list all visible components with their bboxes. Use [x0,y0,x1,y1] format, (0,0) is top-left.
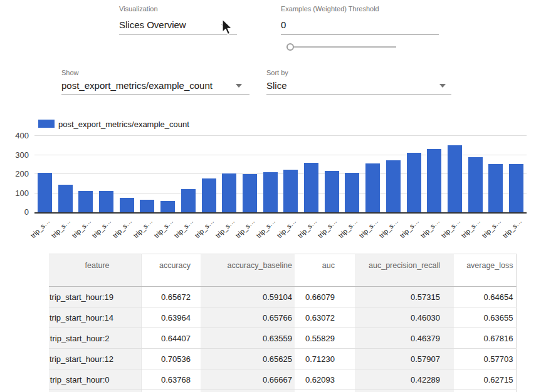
column-header-accuracy[interactable]: accuracy [141,254,201,277]
column-header-average_loss[interactable]: average_loss [454,254,516,277]
bar[interactable] [160,201,175,212]
metric-cell: 0.57907 [355,349,454,369]
column-header-auc_precision_recall[interactable]: auc_precision_recall [355,254,454,277]
table-row[interactable]: trip_start_hour:190.656720.591040.660790… [49,287,516,307]
feature-cell: trip_start_hour:19 [49,287,141,307]
threshold-label: Examples (Weighted) Threshold [281,5,379,13]
bar[interactable] [407,153,421,212]
bar[interactable] [58,185,73,212]
feature-cell: trip_start_hour:0 [49,369,141,390]
table-row[interactable]: trip_start_hour:120.705360.656250.712300… [49,349,516,369]
table-row[interactable]: trip_start_hour:230.660160.648440.583370… [49,390,516,392]
metric-cell: 0.66667 [201,369,295,390]
metric-cell: 0.63768 [141,369,201,390]
threshold-slider-thumb[interactable] [286,43,294,51]
metric-cell: 0.63964 [141,307,201,328]
column-header-accuracy_baseline[interactable]: accuracy_baseline [201,254,295,277]
metric-cell: 0.67816 [454,328,516,349]
metric-cell: 0.65142 [454,390,516,392]
bar[interactable] [78,191,93,212]
slices-overview-app: Visualization Slices Overview Examples (… [0,0,541,392]
visualization-underline [119,34,237,34]
chevron-down-icon[interactable] [236,84,242,88]
bar[interactable] [202,178,216,212]
bar[interactable] [181,189,196,212]
metric-cell: 0.44173 [355,390,454,392]
metric-cell: 0.46030 [355,307,454,328]
column-header-auc[interactable]: auc [295,254,355,277]
metric-cell: 0.59104 [201,287,295,307]
filter-cell [49,276,141,287]
metric-cell: 0.42289 [355,369,454,390]
bar[interactable] [509,164,523,212]
metric-cell: 0.57703 [454,349,516,369]
table-row[interactable]: trip_start_hour:00.637680.666670.620930.… [49,369,516,390]
metric-cell: 0.71230 [295,349,355,369]
sort-by-underline [266,95,451,95]
sort-by-select[interactable]: Slice [266,80,287,91]
table-row[interactable]: trip_start_hour:140.639640.657660.630720… [49,307,516,328]
gridline [34,135,527,136]
bar[interactable] [448,145,462,212]
filter-cell [355,276,454,287]
bar[interactable] [386,160,401,212]
metric-cell: 0.64407 [141,328,201,349]
filter-row [49,276,516,287]
feature-cell: trip_start_hour:23 [49,390,141,392]
show-underline [61,95,249,95]
metric-cell: 0.63655 [454,307,516,328]
bar[interactable] [120,198,134,212]
bar[interactable] [38,173,52,212]
bar[interactable] [427,149,441,212]
bar[interactable] [243,174,257,212]
visualization-label: Visualization [119,5,158,13]
bar[interactable] [304,163,318,212]
bar[interactable] [222,173,236,212]
threshold-input[interactable]: 0 [281,19,286,30]
y-tick-label: 300 [6,150,29,160]
legend-swatch [38,120,55,128]
feature-cell: trip_start_hour:2 [49,328,141,349]
metric-cell: 0.55829 [295,328,355,349]
legend-label: post_export_metrics/example_count [58,120,189,129]
metric-cell: 0.64654 [454,287,516,307]
bar-chart [34,133,527,214]
bar[interactable] [263,172,278,212]
metric-cell: 0.66079 [295,287,355,307]
threshold-slider-track[interactable] [286,46,396,48]
bar[interactable] [468,157,483,212]
y-tick-label: 200 [6,169,29,178]
metric-cell: 0.65672 [141,287,201,307]
filter-cell [454,276,516,287]
bar[interactable] [365,163,380,212]
bar[interactable] [140,200,154,212]
metric-cell: 0.58337 [295,390,355,392]
feature-cell: trip_start_hour:12 [49,349,141,369]
metric-cell: 0.65625 [201,349,295,369]
bar[interactable] [325,171,339,212]
metrics-table: featureaccuracyaccuracy_baselineaucauc_p… [49,254,517,392]
metric-cell: 0.63559 [201,328,295,349]
filter-cell [201,276,295,287]
show-label: Show [61,69,79,76]
bar[interactable] [488,164,503,212]
bar[interactable] [345,173,359,212]
sort-by-label: Sort by [266,69,288,76]
metric-cell: 0.62093 [295,369,355,390]
threshold-underline [281,34,439,34]
show-select[interactable]: post_export_metrics/example_count [61,80,213,91]
metric-cell: 0.70536 [141,349,201,369]
bar[interactable] [283,170,298,212]
visualization-select[interactable]: Slices Overview [119,19,186,30]
y-tick-label: 400 [6,131,29,140]
table-row[interactable]: trip_start_hour:20.644070.635590.558290.… [49,328,516,349]
y-tick-label: 100 [6,188,29,198]
metric-cell: 0.65766 [201,307,295,328]
filter-cell [141,276,201,287]
chevron-down-icon[interactable] [439,84,446,88]
metric-cell: 0.46379 [355,328,454,349]
bar[interactable] [99,191,113,212]
metric-cell: 0.57315 [355,287,454,307]
column-header-feature[interactable]: feature [49,254,141,277]
mouse-cursor-icon [221,19,234,36]
